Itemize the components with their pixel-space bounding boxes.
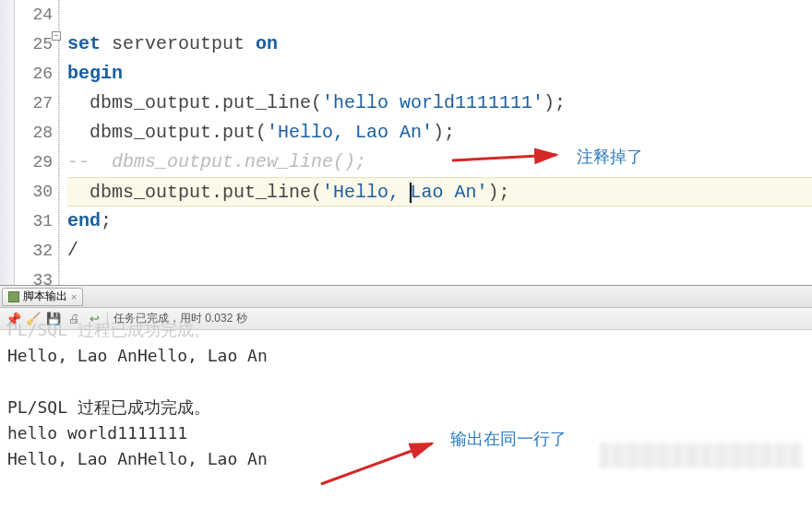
- code-line[interactable]: [67, 0, 812, 30]
- line-number: 24: [15, 0, 53, 30]
- line-number: 30: [15, 177, 53, 207]
- code-token: end: [67, 210, 101, 231]
- tab-label: 脚本输出: [23, 289, 67, 304]
- annotation-top-label: 注释掉了: [577, 142, 643, 171]
- editor-scroll-gutter[interactable]: [0, 0, 15, 285]
- code-line[interactable]: begin: [67, 59, 812, 89]
- output-line: [7, 369, 805, 395]
- script-output-icon: [8, 291, 19, 302]
- code-editor[interactable]: 24252627282930313233 set serveroutput on…: [0, 0, 812, 286]
- code-line[interactable]: dbms_output.put('Hello, Lao An');: [67, 118, 812, 148]
- line-number: 31: [15, 207, 53, 236]
- code-line[interactable]: set serveroutput on: [67, 30, 812, 59]
- code-token: ;: [101, 210, 112, 231]
- code-token: serveroutput: [101, 33, 256, 54]
- code-token: );: [433, 122, 455, 143]
- line-number: 26: [15, 59, 53, 89]
- tab-script-output[interactable]: 脚本输出 ×: [2, 288, 83, 306]
- code-token: /: [67, 240, 78, 261]
- code-token: 'Hello, Lao An': [267, 122, 433, 143]
- code-token: dbms_output.put_line(: [67, 92, 322, 113]
- code-token: );: [543, 92, 566, 113]
- svg-line-0: [452, 155, 556, 160]
- fold-toggle-icon[interactable]: −: [52, 31, 61, 41]
- code-line[interactable]: dbms_output.put_line('hello world1111111…: [67, 89, 812, 118]
- code-token: begin: [67, 63, 123, 84]
- code-area[interactable]: set serveroutput onbegin dbms_output.put…: [59, 0, 812, 285]
- code-token: -- dbms_output.new_line();: [67, 151, 366, 172]
- line-number: 28: [15, 118, 53, 148]
- line-number-gutter: 24252627282930313233: [15, 0, 59, 285]
- output-line-faded: PL/SQL 过程已成功完成。: [7, 317, 805, 343]
- code-line[interactable]: end;: [67, 207, 812, 236]
- code-line[interactable]: dbms_output.put_line('Hello, Lao An');: [67, 177, 812, 207]
- code-token: 'Hello,: [322, 182, 411, 203]
- output-line: PL/SQL 过程已成功完成。: [7, 395, 805, 420]
- code-token: 'hello world1111111': [322, 92, 543, 113]
- close-icon[interactable]: ×: [71, 291, 77, 302]
- code-token: );: [488, 182, 510, 203]
- code-token: set: [67, 33, 101, 54]
- arrow-annotation-bottom: [314, 436, 443, 491]
- output-tabbar: 脚本输出 ×: [0, 286, 812, 308]
- blurred-watermark: [600, 443, 803, 468]
- code-token: on: [256, 33, 278, 54]
- code-line[interactable]: -- dbms_output.new_line();: [67, 148, 812, 177]
- output-panel: 脚本输出 × 📌 🧹 💾 🖨 ↩ 任务已完成，用时 0.032 秒 PL/SQL…: [0, 286, 812, 532]
- code-line[interactable]: /: [67, 236, 812, 266]
- code-token: dbms_output.put_line(: [67, 182, 322, 203]
- code-token: dbms_output.put(: [67, 122, 267, 143]
- arrow-annotation-top: [448, 148, 567, 170]
- code-token: Lao An': [411, 182, 488, 203]
- line-number: 29: [15, 148, 53, 177]
- output-line: Hello, Lao AnHello, Lao An: [7, 343, 805, 369]
- output-body[interactable]: PL/SQL 过程已成功完成。 Hello, Lao AnHello, Lao …: [0, 330, 812, 474]
- svg-line-1: [321, 443, 432, 484]
- annotation-bottom-label: 输出在同一行了: [450, 426, 567, 452]
- line-number: 27: [15, 89, 53, 118]
- line-number: 25: [15, 30, 53, 59]
- line-number: 32: [15, 236, 53, 266]
